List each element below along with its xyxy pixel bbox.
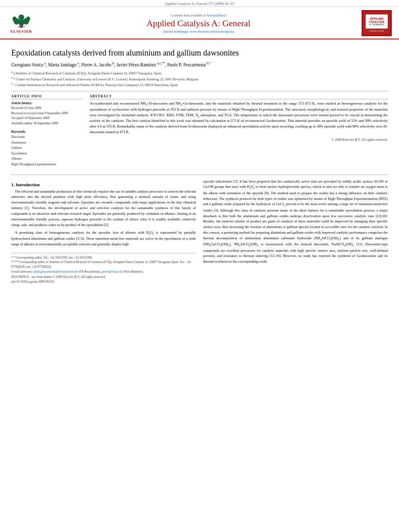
article-meta-section: ARTICLE INFO Article history: Received 1… xyxy=(11,94,388,170)
section-divider-2 xyxy=(11,175,388,175)
footnote-star: * * Corresponding author. Tel.: +32 1632… xyxy=(11,255,196,260)
authors: Georgiana Stoica a, Marta Santiago a, Pi… xyxy=(11,61,388,68)
accepted-date: Accepted 14 September 2009 xyxy=(11,116,82,121)
keyword-2: Aluminium xyxy=(11,140,82,146)
sciencedirect-line: Contents lists available at ScienceDirec… xyxy=(35,13,362,17)
journal-name: Applied Catalysis A: General xyxy=(35,18,362,29)
journal-header: ELSEVIER Contents lists available at Sci… xyxy=(0,7,399,39)
keyword-3: Gallium xyxy=(11,145,82,151)
right-col-text: epoxide selectivities [7]. It has been p… xyxy=(203,179,388,265)
svg-point-5 xyxy=(26,16,30,21)
copyright-line: © 2009 Elsevier B.V. All rights reserved… xyxy=(90,138,388,142)
body-section: 1. Introduction The efficient and sustai… xyxy=(11,179,388,284)
body-right-col: epoxide selectivities [7]. It has been p… xyxy=(203,179,388,284)
abstract-col: ABSTRACT As-synthesised and reconstructe… xyxy=(90,94,388,170)
keywords-group: Keywords: Dawsonite Aluminium Gallium Ep… xyxy=(11,129,82,167)
received-date: Received 10 June 2009 xyxy=(11,106,82,111)
catalysis-logo-label: CATALYSIS xyxy=(369,30,384,32)
article-history: Article history: Received 10 June 2009 R… xyxy=(11,101,82,126)
svg-point-6 xyxy=(19,14,24,20)
section-divider-1 xyxy=(11,91,388,91)
elsevier-tree-icon xyxy=(10,13,32,29)
journal-homepage: journal homepage: www.elsevier.com/locat… xyxy=(35,29,362,33)
content: Epoxidation catalysts derived from alumi… xyxy=(0,39,399,288)
catalysts-word: catalysts xyxy=(155,124,167,128)
catalysis-logo: APPLIED CATALYSIS A: GENERAL CATALYSIS xyxy=(362,10,392,36)
footnote-section: * * Corresponding author. Tel.: +32 1632… xyxy=(11,253,196,284)
elsevier-logo: ELSEVIER xyxy=(7,13,35,33)
keyword-1: Dawsonite xyxy=(11,134,82,140)
abstract-text: As-synthesised and reconstructed NH4-Al-… xyxy=(90,101,388,135)
article-history-title: Article history: xyxy=(11,101,82,105)
keywords-list: Dawsonite Aluminium Gallium Epoxidation … xyxy=(11,134,82,167)
footnote-double-star: ** ** Corresponding author at: Institute… xyxy=(11,260,196,269)
email-link-2[interactable]: jperez@iciq.es xyxy=(102,270,120,273)
email-link-1[interactable]: paolo.pescarmona@biw.kuleuven.be xyxy=(33,270,78,273)
intro-para1: The efficient and sustainable production… xyxy=(11,189,196,247)
doi-line: doi:10.1016/j.apcata.2009.09.021 xyxy=(11,280,196,283)
top-bar: Applied Catalysis A: General 371 (2009) … xyxy=(0,0,399,7)
body-left-col: 1. Introduction The efficient and sustai… xyxy=(11,179,196,284)
journal-title-center: Contents lists available at ScienceDirec… xyxy=(35,13,362,33)
keyword-5: Alkenes xyxy=(11,156,82,162)
elsevier-text: ELSEVIER xyxy=(10,29,32,33)
intro-heading: 1. Introduction xyxy=(11,182,196,187)
svg-point-4 xyxy=(12,16,16,21)
svg-point-7 xyxy=(17,25,25,28)
keyword-4: Epoxidation xyxy=(11,151,82,156)
article-title: Epoxidation catalysts derived from alumi… xyxy=(11,47,388,58)
keywords-title: Keywords: xyxy=(11,129,82,134)
journal-citation: Applied Catalysis A: General 371 (2009) … xyxy=(165,2,234,6)
keyword-6: High-Throughput Experimentation xyxy=(11,162,82,167)
affiliations: a á Institute of Chemical Research of Ca… xyxy=(11,70,388,88)
online-date: Available online 18 September 2009 xyxy=(11,121,82,126)
footnote-email: E-mail addresses: paolo.pescarmona@biw.k… xyxy=(11,269,196,274)
article-info-col: ARTICLE INFO Article history: Received 1… xyxy=(11,94,82,170)
page: Applied Catalysis A: General 371 (2009) … xyxy=(0,0,399,532)
sciencedirect-link[interactable]: ScienceDirect xyxy=(207,13,226,17)
issn-line: 0926-860X/$ – see front matter © 2009 El… xyxy=(11,275,196,279)
abstract-label: ABSTRACT xyxy=(90,94,388,99)
revised-date: Received in revised form 9 September 200… xyxy=(11,111,82,116)
article-info-label: ARTICLE INFO xyxy=(11,94,82,99)
